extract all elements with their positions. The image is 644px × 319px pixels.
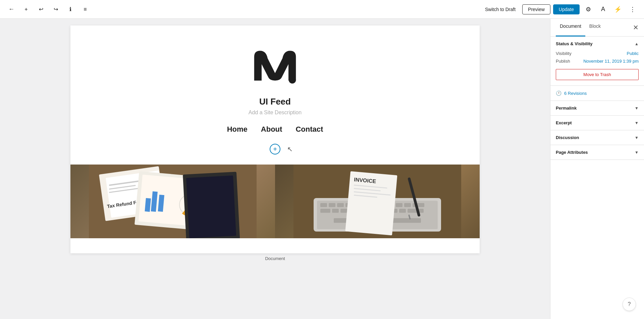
permalink-chevron: ▼ xyxy=(635,106,639,111)
left-image-svg: Tax Refund Form xyxy=(70,165,275,238)
preview-button[interactable]: Preview xyxy=(522,4,550,14)
redo-button[interactable]: ↪ xyxy=(50,3,62,15)
visibility-row: Visibility Public xyxy=(556,51,639,56)
publish-value[interactable]: November 11, 2019 1:39 pm xyxy=(583,59,639,64)
sidebar-panel: Status & Visibility ▲ Visibility Public … xyxy=(550,37,644,160)
discussion-title: Discussion xyxy=(556,135,579,140)
help-button[interactable]: ? xyxy=(623,298,636,311)
switch-to-draft-button[interactable]: Switch to Draft xyxy=(481,5,520,14)
permalink-header[interactable]: Permalink ▼ xyxy=(550,101,644,115)
nav-about[interactable]: About xyxy=(261,125,282,134)
permalink-section: Permalink ▼ xyxy=(550,101,644,116)
site-navigation: Home About Contact xyxy=(227,125,323,140)
visibility-label: Visibility xyxy=(556,51,572,56)
site-description: Add a Site Description xyxy=(249,110,302,116)
sidebar-close-button[interactable]: ✕ xyxy=(633,19,639,36)
page-canvas: UI Feed Add a Site Description Home Abou… xyxy=(70,25,480,253)
add-block-area: + ↖ xyxy=(270,144,280,154)
svg-rect-40 xyxy=(399,209,406,213)
status-visibility-content: Visibility Public Publish November 11, 2… xyxy=(550,51,644,85)
toolbar-left: ← + ↩ ↪ ℹ ≡ xyxy=(5,3,91,15)
site-header: UI Feed Add a Site Description Home Abou… xyxy=(70,25,480,165)
svg-rect-31 xyxy=(320,209,330,213)
logo-svg xyxy=(248,42,302,89)
right-image-svg: INVOICE xyxy=(275,165,480,238)
discussion-section: Discussion ▼ xyxy=(550,130,644,145)
canvas-area: UI Feed Add a Site Description Home Abou… xyxy=(0,19,550,319)
add-block-button[interactable]: + xyxy=(20,3,32,15)
page-attributes-chevron: ▼ xyxy=(635,150,639,155)
excerpt-section: Excerpt ▼ xyxy=(550,116,644,130)
nav-home[interactable]: Home xyxy=(227,125,248,134)
svg-rect-41 xyxy=(408,209,424,213)
info-button[interactable]: ℹ xyxy=(64,3,76,15)
more-options-button[interactable]: ⋮ xyxy=(627,3,639,15)
excerpt-title: Excerpt xyxy=(556,120,572,125)
revisions-section[interactable]: 🕐 6 Revisions xyxy=(550,86,644,101)
typography-icon[interactable]: A xyxy=(597,3,609,15)
update-button[interactable]: Update xyxy=(553,4,580,14)
svg-rect-15 xyxy=(186,176,236,238)
image-grid: Tax Refund Form xyxy=(70,165,480,238)
excerpt-header[interactable]: Excerpt ▼ xyxy=(550,116,644,130)
main-area: UI Feed Add a Site Description Home Abou… xyxy=(0,19,644,319)
visibility-value[interactable]: Public xyxy=(627,51,639,56)
page-attributes-title: Page Attributes xyxy=(556,150,588,155)
discussion-header[interactable]: Discussion ▼ xyxy=(550,130,644,145)
status-visibility-title: Status & Visibility xyxy=(556,41,593,46)
svg-rect-21 xyxy=(337,203,344,207)
clock-icon: 🕐 xyxy=(556,90,561,96)
image-cell-right: INVOICE xyxy=(275,165,480,238)
status-visibility-header[interactable]: Status & Visibility ▲ xyxy=(550,37,644,51)
svg-rect-32 xyxy=(332,209,339,213)
discussion-chevron: ▼ xyxy=(635,135,639,140)
image-cell-left: Tax Refund Form xyxy=(70,165,275,238)
toolbar: ← + ↩ ↪ ℹ ≡ Switch to Draft Preview Upda… xyxy=(0,0,644,19)
document-label: Document xyxy=(260,253,290,264)
status-visibility-chevron: ▲ xyxy=(635,42,639,46)
permalink-title: Permalink xyxy=(556,106,577,111)
tab-document[interactable]: Document xyxy=(556,19,585,37)
svg-rect-33 xyxy=(340,209,347,213)
site-title: UI Feed xyxy=(259,97,291,107)
toolbar-right: Switch to Draft Preview Update ⚙ A ⚡ ⋮ xyxy=(481,3,639,15)
page-attributes-header[interactable]: Page Attributes ▼ xyxy=(550,145,644,160)
page-attributes-section: Page Attributes ▼ xyxy=(550,145,644,160)
svg-rect-19 xyxy=(320,203,327,207)
publish-row: Publish November 11, 2019 1:39 pm xyxy=(556,59,639,64)
cursor-indicator: ↖ xyxy=(287,145,293,153)
add-block-circle-button[interactable]: + xyxy=(270,144,280,154)
site-logo xyxy=(248,39,302,92)
svg-rect-20 xyxy=(329,203,335,207)
revisions-label: 6 Revisions xyxy=(564,91,587,96)
svg-point-0 xyxy=(289,76,296,83)
tab-block[interactable]: Block xyxy=(585,19,605,37)
publish-label: Publish xyxy=(556,59,570,64)
right-sidebar: Document Block ✕ Status & Visibility ▲ V… xyxy=(550,19,644,319)
nav-contact[interactable]: Contact xyxy=(296,125,323,134)
move-to-trash-button[interactable]: Move to Trash xyxy=(556,69,639,80)
svg-rect-29 xyxy=(404,203,411,207)
status-visibility-section: Status & Visibility ▲ Visibility Public … xyxy=(550,37,644,86)
bolt-icon[interactable]: ⚡ xyxy=(612,3,624,15)
excerpt-chevron: ▼ xyxy=(635,121,639,125)
settings-icon[interactable]: ⚙ xyxy=(582,3,594,15)
undo-button[interactable]: ↩ xyxy=(35,3,47,15)
sidebar-tabs: Document Block ✕ xyxy=(550,19,644,37)
list-view-button[interactable]: ≡ xyxy=(79,3,91,15)
svg-rect-28 xyxy=(396,203,402,207)
back-button[interactable]: ← xyxy=(5,3,17,15)
svg-rect-30 xyxy=(413,203,424,207)
